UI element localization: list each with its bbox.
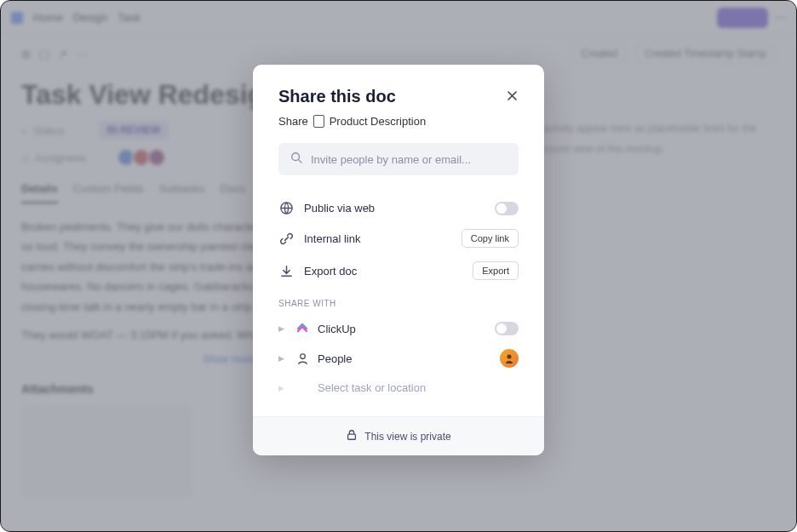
lock-icon	[346, 429, 358, 443]
share-with-label: SHARE WITH	[278, 299, 519, 308]
invite-search-box[interactable]	[278, 143, 519, 175]
option-label: Export doc	[304, 265, 462, 277]
share-row-people[interactable]: ▶ People	[278, 342, 519, 375]
copy-link-button[interactable]: Copy link	[462, 229, 519, 248]
option-internal-link: Internal link Copy link	[278, 222, 519, 255]
share-row-label: ClickUp	[318, 323, 486, 335]
share-row-clickup[interactable]: ▶ ClickUp	[278, 315, 519, 342]
share-row-label: People	[318, 352, 491, 365]
modal-footer: This view is private	[253, 416, 544, 455]
share-row-select-task[interactable]: ▶ Select task or location	[278, 375, 519, 401]
public-web-toggle[interactable]	[495, 202, 519, 215]
option-public-web: Public via web	[278, 194, 519, 222]
svg-rect-4	[348, 434, 356, 439]
doc-name: Product Description	[330, 115, 426, 128]
modal-overlay[interactable]: Share this doc Share Product Description	[1, 1, 796, 531]
person-avatar	[500, 349, 519, 368]
option-label: Internal link	[304, 232, 451, 245]
share-modal: Share this doc Share Product Description	[253, 65, 544, 455]
share-row-label: Select task or location	[318, 381, 519, 394]
clickup-icon	[295, 322, 309, 335]
clickup-toggle[interactable]	[495, 322, 519, 335]
modal-subtitle: Share Product Description	[278, 115, 519, 128]
globe-icon	[278, 201, 294, 215]
chevron-right-icon: ▶	[278, 324, 287, 333]
invite-input[interactable]	[311, 153, 507, 166]
person-icon	[295, 352, 309, 365]
option-label: Public via web	[304, 202, 485, 215]
chevron-right-icon: ▶	[278, 384, 287, 392]
chevron-right-icon: ▶	[278, 354, 287, 363]
search-icon	[290, 152, 302, 167]
svg-point-2	[300, 353, 305, 358]
option-export-doc: Export doc Export	[278, 255, 519, 287]
svg-point-3	[507, 355, 512, 359]
share-prefix: Share	[278, 115, 308, 128]
close-icon[interactable]	[506, 87, 519, 106]
download-icon	[278, 264, 294, 278]
doc-icon	[313, 115, 324, 128]
link-icon	[278, 232, 294, 246]
modal-title-text: Share this doc	[278, 87, 396, 106]
footer-text: This view is private	[364, 431, 450, 443]
export-button[interactable]: Export	[473, 261, 519, 280]
